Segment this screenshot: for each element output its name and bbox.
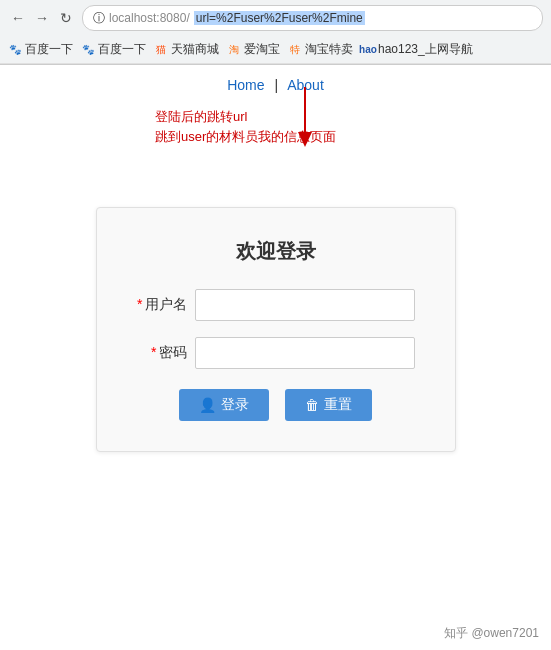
bookmark-icon-aitaobao: 淘 xyxy=(227,43,241,57)
bookmark-aitaobao[interactable]: 淘 爱淘宝 xyxy=(227,41,280,58)
bookmark-taobaote[interactable]: 特 淘宝特卖 xyxy=(288,41,353,58)
bookmark-icon-hao123: hao xyxy=(361,43,375,57)
username-row: *用户名 xyxy=(137,289,415,321)
forward-button[interactable]: → xyxy=(32,8,52,28)
password-required: * xyxy=(151,344,156,360)
annotation-line2: 跳到user的材料员我的信息页面 xyxy=(155,127,336,147)
password-row: *密码 xyxy=(137,337,415,369)
bookmark-hao123[interactable]: hao hao123_上网导航 xyxy=(361,41,473,58)
bookmark-icon-tmall: 猫 xyxy=(154,43,168,57)
bookmark-label-taobaote: 淘宝特卖 xyxy=(305,41,353,58)
refresh-button[interactable]: ↻ xyxy=(56,8,76,28)
bookmark-label-tmall: 天猫商城 xyxy=(171,41,219,58)
username-input[interactable] xyxy=(195,289,415,321)
password-input[interactable] xyxy=(195,337,415,369)
annotation-line1: 登陆后的跳转url xyxy=(155,107,336,127)
address-bar[interactable]: ⓘ localhost:8080/url=%2Fuser%2Fuser%2Fmi… xyxy=(82,5,543,31)
reset-button[interactable]: 🗑 重置 xyxy=(285,389,372,421)
nav-buttons: ← → ↻ xyxy=(8,8,76,28)
bookmark-label-aitaobao: 爱淘宝 xyxy=(244,41,280,58)
bookmarks-bar: 🐾 百度一下 🐾 百度一下 猫 天猫商城 淘 爱淘宝 特 淘宝特卖 hao ha… xyxy=(0,36,551,64)
reset-button-label: 重置 xyxy=(324,396,352,414)
address-highlighted: url=%2Fuser%2Fuser%2Fmine xyxy=(194,11,365,25)
login-button-label: 登录 xyxy=(221,396,249,414)
bookmark-label-hao123: hao123_上网导航 xyxy=(378,41,473,58)
home-link[interactable]: Home xyxy=(227,77,264,93)
login-button[interactable]: 👤 登录 xyxy=(179,389,269,421)
browser-chrome: ← → ↻ ⓘ localhost:8080/url=%2Fuser%2Fuse… xyxy=(0,0,551,65)
form-buttons: 👤 登录 🗑 重置 xyxy=(137,389,415,421)
page-footer: 知乎 @owen7201 xyxy=(444,625,539,642)
browser-toolbar: ← → ↻ ⓘ localhost:8080/url=%2Fuser%2Fuse… xyxy=(0,0,551,36)
bookmark-icon-taobaote: 特 xyxy=(288,43,302,57)
password-label: *密码 xyxy=(137,344,187,362)
nav-separator: | xyxy=(274,77,278,93)
bookmark-label-1: 百度一下 xyxy=(25,41,73,58)
page-content: Home | About 登陆后的跳转url 跳到user的材料员我的信息页面 … xyxy=(0,65,551,452)
site-nav: Home | About xyxy=(0,65,551,97)
bookmark-tmall[interactable]: 猫 天猫商城 xyxy=(154,41,219,58)
annotation-text: 登陆后的跳转url 跳到user的材料员我的信息页面 xyxy=(155,107,336,146)
bookmark-baidu-1[interactable]: 🐾 百度一下 xyxy=(8,41,73,58)
bookmark-icon-1: 🐾 xyxy=(8,43,22,57)
bookmark-baidu-2[interactable]: 🐾 百度一下 xyxy=(81,41,146,58)
login-title: 欢迎登录 xyxy=(137,238,415,265)
address-protocol: localhost:8080/ xyxy=(109,11,190,25)
username-label: *用户名 xyxy=(137,296,187,314)
back-button[interactable]: ← xyxy=(8,8,28,28)
login-card: 欢迎登录 *用户名 *密码 👤 登录 🗑 xyxy=(96,207,456,452)
bookmark-label-2: 百度一下 xyxy=(98,41,146,58)
bookmark-icon-2: 🐾 xyxy=(81,43,95,57)
annotation-area: 登陆后的跳转url 跳到user的材料员我的信息页面 xyxy=(0,97,551,177)
login-card-wrapper: 欢迎登录 *用户名 *密码 👤 登录 🗑 xyxy=(0,207,551,452)
login-icon: 👤 xyxy=(199,397,216,413)
footer-text: 知乎 @owen7201 xyxy=(444,626,539,640)
reset-icon: 🗑 xyxy=(305,397,319,413)
username-required: * xyxy=(137,296,142,312)
lock-icon: ⓘ xyxy=(93,10,105,27)
